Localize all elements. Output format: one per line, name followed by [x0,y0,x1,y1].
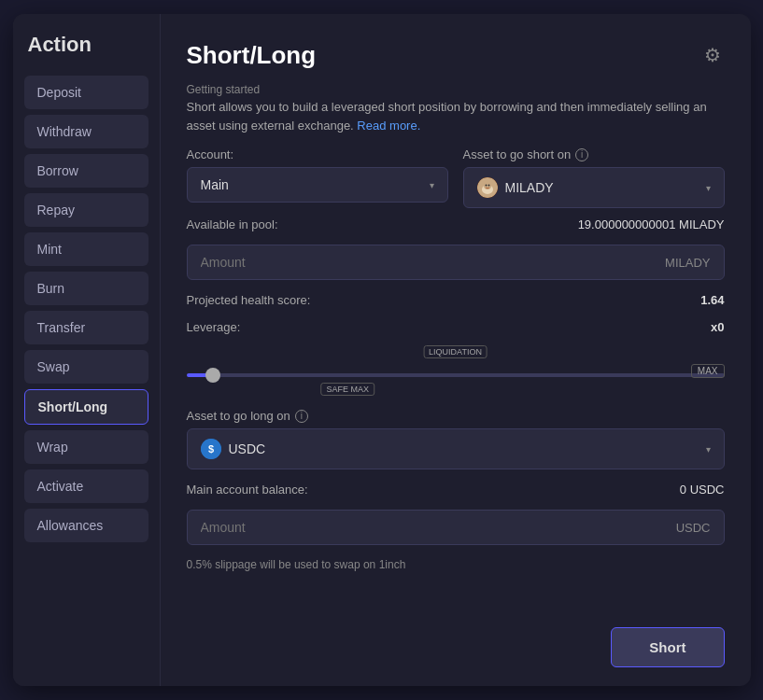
sidebar-item-swap[interactable]: Swap [24,350,148,384]
asset-short-dropdown[interactable]: MILADY ▾ [463,167,725,208]
asset-long-asset-display: $ USDC [201,439,266,459]
getting-started-section: Getting started Short allows you to buil… [187,83,725,134]
main-content: Short/Long ⚙ Getting started Short allow… [161,14,751,686]
amount-long-unit: USDC [676,521,711,535]
slippage-note: 0.5% slippage will be used to swap on 1i… [187,558,725,571]
asset-long-value: USDC [229,441,266,456]
balance-value: 0 USDC [680,483,725,497]
usdc-icon: $ [201,439,221,459]
short-button[interactable]: Short [611,627,724,667]
asset-long-field: Asset to go long on i $ USDC ▾ [187,409,725,469]
asset-long-chevron-icon: ▾ [706,444,711,455]
amount-long-input[interactable] [201,520,676,535]
health-score-label: Projected health score: [187,293,311,307]
sidebar-item-wrap[interactable]: Wrap [24,430,148,464]
read-more-link[interactable]: Read more. [357,119,420,133]
leverage-slider-thumb[interactable] [205,368,220,383]
sidebar-item-activate[interactable]: Activate [24,469,148,503]
leverage-slider-container: LIQUIDATION MAX SAFE MAX [187,347,725,396]
balance-row: Main account balance: 0 USDC [187,483,725,497]
account-chevron-icon: ▾ [430,180,434,190]
svg-point-3 [485,185,487,187]
health-score-row: Projected health score: 1.64 [187,293,725,307]
sidebar-item-transfer[interactable]: Transfer [24,311,148,344]
amount-short-input[interactable] [201,255,666,270]
asset-short-value: MILADY [505,180,554,195]
gear-icon: ⚙ [704,45,721,65]
svg-point-4 [487,185,489,187]
asset-short-info-icon[interactable]: i [575,148,588,161]
svg-text:$: $ [207,443,213,455]
pool-row: Available in pool: 19.000000000001 MILAD… [187,217,725,231]
leverage-slider-track[interactable] [187,373,725,377]
amount-short-input-wrap: MILADY [187,245,725,280]
asset-short-asset-display: MILADY [477,177,554,198]
asset-long-label: Asset to go long on i [187,409,725,423]
sidebar-item-withdraw[interactable]: Withdraw [24,115,148,148]
asset-long-dropdown[interactable]: $ USDC ▾ [187,428,725,469]
asset-short-label: Asset to go short on i [463,147,725,161]
settings-button[interactable]: ⚙ [700,40,725,70]
sidebar-title: Action [24,33,148,57]
health-score-value: 1.64 [700,293,724,307]
leverage-value: x0 [711,320,724,334]
account-dropdown[interactable]: Main ▾ [187,167,448,203]
liquidation-label: LIQUIDATION [423,345,487,358]
pool-value: 19.000000000001 MILADY [578,217,725,231]
leverage-row: Leverage: x0 [187,320,725,334]
safe-max-label: SAFE MAX [321,383,375,396]
account-label: Account: [187,147,448,161]
sidebar-item-deposit[interactable]: Deposit [24,76,148,109]
footer-row: Short [187,627,725,667]
sidebar-item-mint[interactable]: Mint [24,232,148,266]
page-title: Short/Long [187,41,317,70]
sidebar-item-burn[interactable]: Burn [24,272,148,305]
getting-started-label: Getting started [187,83,725,96]
max-label: MAX [691,364,725,378]
balance-label: Main account balance: [187,483,308,497]
header-row: Short/Long ⚙ [187,40,725,70]
asset-short-field: Asset to go short on i [463,147,725,208]
description-text: Short allows you to build a leveraged sh… [187,98,725,134]
sidebar-item-borrow[interactable]: Borrow [24,154,148,188]
sidebar: Action Deposit Withdraw Borrow Repay Min… [13,14,161,686]
sidebar-item-shortlong[interactable]: Short/Long [24,389,148,425]
asset-short-chevron-icon: ▾ [706,183,711,193]
amount-short-unit: MILADY [665,256,710,270]
account-field: Account: Main ▾ [187,147,448,203]
amount-long-input-wrap: USDC [187,510,725,545]
sidebar-item-repay[interactable]: Repay [24,193,148,227]
milady-icon [477,177,498,198]
modal-container: Action Deposit Withdraw Borrow Repay Min… [13,14,751,686]
milady-avatar [477,177,498,198]
account-asset-row: Account: Main ▾ Asset to go short on i [187,147,725,208]
pool-label: Available in pool: [187,217,278,231]
account-value: Main [201,177,229,192]
usdc-avatar: $ [201,439,221,459]
asset-long-info-icon[interactable]: i [295,410,308,423]
leverage-label: Leverage: [187,320,241,334]
sidebar-item-allowances[interactable]: Allowances [24,509,148,542]
